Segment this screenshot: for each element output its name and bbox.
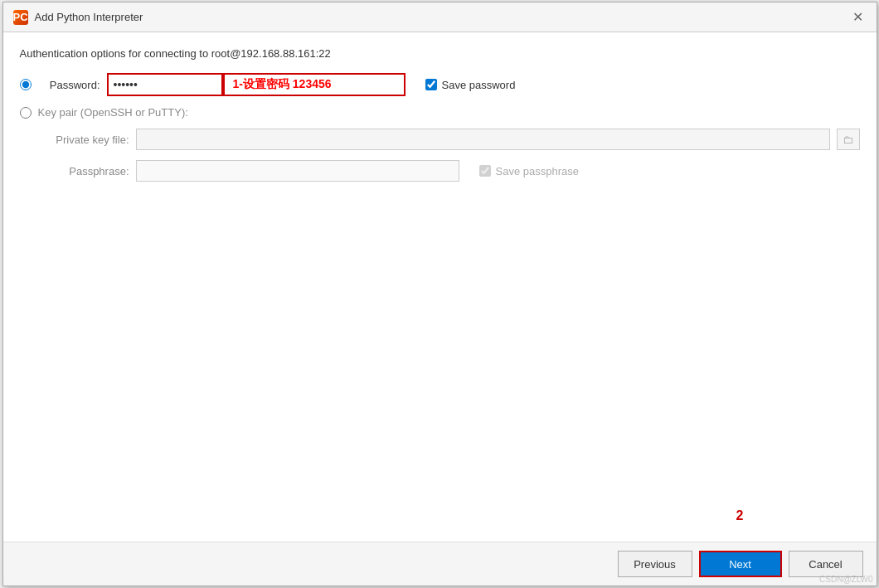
footer: Previous Next Cancel <box>3 542 877 586</box>
cancel-button[interactable]: Cancel <box>789 551 863 577</box>
private-key-row: Private key file: 🗀 <box>38 129 860 150</box>
previous-button[interactable]: Previous <box>618 551 692 577</box>
password-input[interactable] <box>107 73 223 96</box>
content-area: Authentication options for connecting to… <box>3 32 877 542</box>
app-icon: PC <box>13 10 28 25</box>
private-key-label: Private key file: <box>38 134 129 146</box>
save-passphrase-label: Save passphrase <box>496 165 579 177</box>
annotation-number-2: 2 <box>20 508 744 523</box>
title-bar-left: PC Add Python Interpreter <box>13 10 143 25</box>
passphrase-row: Passphrase: Save passphrase <box>38 160 860 182</box>
dialog: PC Add Python Interpreter ✕ Authenticati… <box>2 2 877 586</box>
dialog-title: Add Python Interpreter <box>35 11 143 23</box>
password-label[interactable]: Password: <box>38 79 100 91</box>
passphrase-input <box>136 160 459 182</box>
close-button[interactable]: ✕ <box>850 9 867 26</box>
save-passphrase-container: Save passphrase <box>479 165 579 177</box>
password-row: Password: 1-设置密码 123456 Save password <box>20 73 860 96</box>
save-password-label[interactable]: Save password <box>442 79 516 91</box>
password-field-container: 1-设置密码 123456 <box>107 73 406 96</box>
subtitle: Authentication options for connecting to… <box>20 47 860 60</box>
form-section: Password: 1-设置密码 123456 Save password Ke… <box>20 73 860 182</box>
keypair-radio[interactable] <box>20 107 32 119</box>
title-bar: PC Add Python Interpreter ✕ <box>3 2 877 32</box>
keypair-row: Key pair (OpenSSH or PuTTY): <box>20 106 860 119</box>
private-key-input <box>136 129 830 150</box>
folder-icon: 🗀 <box>843 134 853 146</box>
password-annotation: 1-设置密码 123456 <box>223 73 406 96</box>
next-button[interactable]: Next <box>699 551 782 577</box>
watermark: CSDN@ZLW0 <box>819 575 872 584</box>
browse-button: 🗀 <box>837 129 860 150</box>
save-password-container: Save password <box>425 79 516 91</box>
save-passphrase-checkbox <box>479 165 491 177</box>
passphrase-label: Passphrase: <box>38 165 129 177</box>
keypair-label[interactable]: Key pair (OpenSSH or PuTTY): <box>38 106 188 119</box>
password-radio[interactable] <box>20 79 32 90</box>
save-password-checkbox[interactable] <box>425 79 437 90</box>
